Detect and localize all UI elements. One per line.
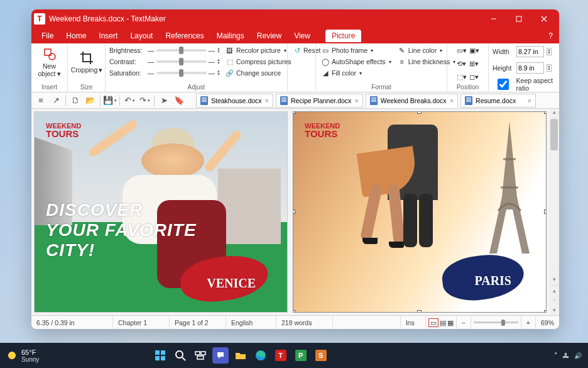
tab-recipe-planner[interactable]: Recipe Planner.docx× <box>276 94 363 108</box>
close-icon[interactable]: × <box>528 97 531 104</box>
menu-references[interactable]: References <box>159 30 210 42</box>
resize-handle[interactable] <box>417 111 422 114</box>
redo-button[interactable]: ↷▾ <box>138 94 151 108</box>
start-button[interactable] <box>152 347 168 364</box>
word-count[interactable]: 218 words <box>276 316 333 329</box>
page-indicator[interactable]: Page 1 of 2 <box>170 316 226 329</box>
menu-file[interactable]: File <box>35 30 60 42</box>
page-right[interactable]: WEEKEND TOURS PARIS <box>293 111 547 313</box>
explorer-button[interactable] <box>232 347 249 364</box>
keep-aspect-checkbox[interactable] <box>493 79 514 90</box>
menu-home[interactable]: Home <box>60 30 92 42</box>
taskbar: 65°F Sunny T P S ˄ 🖧 🔊 <box>0 343 588 368</box>
undo-button[interactable]: ↶▾ <box>122 94 136 108</box>
weather-cond: Sunny <box>21 356 39 363</box>
close-icon[interactable]: × <box>265 97 269 104</box>
presentations-button[interactable]: S <box>313 347 329 364</box>
resize-handle[interactable] <box>417 310 422 313</box>
app-icon: T <box>34 13 45 25</box>
bookmark-button[interactable]: 🔖 <box>172 94 186 108</box>
help-button[interactable]: ? <box>542 31 559 40</box>
save-button[interactable]: 💾▾ <box>103 94 117 108</box>
height-input[interactable] <box>516 62 544 74</box>
menu-layout[interactable]: Layout <box>124 30 159 42</box>
maximize-button[interactable] <box>506 9 531 28</box>
group-button[interactable]: ⬚▾ <box>456 71 467 82</box>
chat-button[interactable] <box>212 347 229 364</box>
pointer-button[interactable]: ➤ <box>157 94 171 108</box>
change-source-button[interactable]: 🔗Change source <box>224 67 293 79</box>
cursor-position[interactable]: 6.35 / 0.39 in <box>31 316 113 329</box>
textmaker-button[interactable]: T <box>273 347 289 364</box>
document-workspace[interactable]: WEEKEND TOURS DISCOVER YOUR FAVORITE CIT… <box>31 109 559 315</box>
tab-steakhouse[interactable]: Steakhouse.docx× <box>196 94 273 108</box>
photo-frame-button[interactable]: ▭Photo frame▾ <box>320 45 393 56</box>
edge-button[interactable] <box>253 347 269 364</box>
nav-up-icon[interactable]: ▴ <box>553 287 556 294</box>
view-outline-button[interactable]: ▦ <box>447 319 454 326</box>
resize-handle[interactable] <box>293 111 295 114</box>
contrast-slider[interactable]: Contrast:— —▲▼ <box>109 56 220 67</box>
cropping-button[interactable]: Cropping▾ <box>72 45 102 80</box>
object-mode-button[interactable]: ↗ <box>49 94 63 108</box>
slogan-line3: CITY! <box>46 240 197 260</box>
view-normal-button[interactable]: ▭ <box>428 318 438 327</box>
menu-review[interactable]: Review <box>251 30 288 42</box>
vertical-scrollbar[interactable]: ▴ ▾ ▴ ◦ ▾ <box>549 109 559 315</box>
fill-color-button[interactable]: ◢Fill color▾ <box>320 67 393 79</box>
search-button[interactable] <box>172 347 188 364</box>
planmaker-button[interactable]: P <box>293 347 309 364</box>
new-doc-button[interactable]: 🗋 <box>68 94 82 108</box>
tab-resume[interactable]: Resume.docx× <box>460 94 536 108</box>
task-view-button[interactable] <box>192 347 209 364</box>
open-button[interactable]: 📂 <box>84 94 97 108</box>
svg-point-5 <box>49 53 55 60</box>
width-input[interactable] <box>516 46 544 57</box>
svg-rect-11 <box>161 356 165 360</box>
page-left[interactable]: WEEKEND TOURS DISCOVER YOUR FAVORITE CIT… <box>34 111 288 313</box>
system-tray: ˄ 🖧 🔊 <box>554 352 582 360</box>
align-button[interactable]: ⊞▾ <box>469 58 480 69</box>
nav-down-icon[interactable]: ▾ <box>553 307 556 313</box>
resize-handle[interactable] <box>544 310 547 313</box>
recolor-picture-button[interactable]: 🖼Recolor picture▾ <box>224 45 293 56</box>
volume-icon[interactable]: 🔊 <box>574 352 582 359</box>
rotate-button[interactable]: ⟲▾ <box>456 58 467 69</box>
menu-insert[interactable]: Insert <box>92 30 124 42</box>
close-icon[interactable]: × <box>354 97 358 104</box>
brightness-slider[interactable]: Brightness:— —▲▼ <box>109 45 220 55</box>
chapter-indicator[interactable]: Chapter 1 <box>113 316 170 329</box>
menu-view[interactable]: View <box>288 30 317 42</box>
network-icon[interactable]: 🖧 <box>563 352 569 359</box>
zoom-level[interactable]: 69% <box>536 316 559 329</box>
weather-widget[interactable]: 65°F Sunny <box>6 348 39 363</box>
zoom-in-button[interactable]: + <box>521 316 536 329</box>
toggle-panel-button[interactable]: ≡ <box>34 94 48 108</box>
autoshape-effects-button[interactable]: ◯AutoShape effects▾ <box>320 56 393 67</box>
tray-overflow-button[interactable]: ˄ <box>554 352 558 360</box>
bring-front-button[interactable]: ▣▾ <box>469 45 480 56</box>
menu-mailings[interactable]: Mailings <box>210 30 251 42</box>
resize-handle[interactable] <box>544 209 547 214</box>
new-object-button[interactable]: New object▾ <box>35 45 63 80</box>
zoom-out-button[interactable]: − <box>457 316 471 329</box>
minimize-button[interactable] <box>481 9 506 28</box>
resize-handle[interactable] <box>293 209 295 214</box>
view-master-button[interactable]: ▤ <box>440 319 446 326</box>
language-indicator[interactable]: English <box>226 316 276 329</box>
resize-handle[interactable] <box>544 111 547 114</box>
wrap-text-button[interactable]: ▭▾ <box>456 45 467 56</box>
nav-marker-icon[interactable]: ◦ <box>553 297 555 303</box>
svg-point-12 <box>176 351 183 358</box>
close-button[interactable] <box>531 9 557 28</box>
insert-mode[interactable]: Ins <box>401 316 426 329</box>
svg-rect-17 <box>236 354 246 359</box>
compress-pictures-button[interactable]: ⬚Compress pictures <box>224 56 293 67</box>
zoom-slider[interactable] <box>474 321 518 323</box>
send-back-button[interactable]: ◻▾ <box>469 71 480 82</box>
menu-picture[interactable]: Picture <box>325 30 361 42</box>
tab-weekend-breaks[interactable]: Weekend Breaks.docx× <box>366 94 458 108</box>
close-icon[interactable]: × <box>450 97 454 104</box>
resize-handle[interactable] <box>293 310 295 313</box>
saturation-slider[interactable]: Saturation:— —▲▼ <box>109 67 220 78</box>
